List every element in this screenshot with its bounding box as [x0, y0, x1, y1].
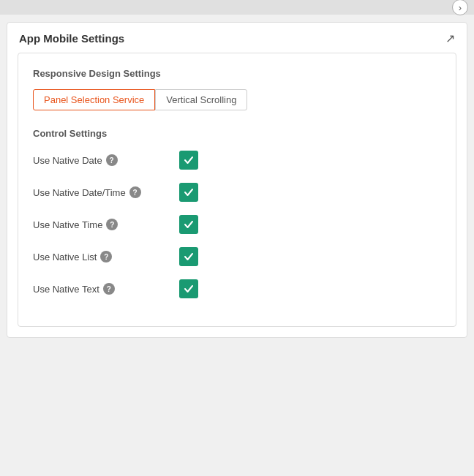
use-native-text-checkbox[interactable]	[179, 279, 198, 298]
use-native-text-help-icon[interactable]: ?	[103, 283, 115, 295]
use-native-list-help-icon[interactable]: ?	[100, 251, 112, 262]
tab-vertical-scrolling[interactable]: Vertical Scrolling	[155, 89, 247, 110]
use-native-date-checkbox[interactable]	[179, 151, 198, 170]
use-native-time-help-icon[interactable]: ?	[106, 219, 118, 230]
use-native-date-label: Use Native Date ?	[33, 154, 179, 166]
main-container: App Mobile Settings ↗ Responsive Design …	[7, 22, 467, 338]
use-native-datetime-help-icon[interactable]: ?	[129, 186, 141, 198]
control-settings-title: Control Settings	[33, 128, 441, 139]
page-title: App Mobile Settings	[19, 32, 124, 45]
app-header: App Mobile Settings ↗	[7, 23, 467, 53]
use-native-list-label: Use Native List ?	[33, 251, 179, 262]
checkmark-icon	[184, 187, 194, 197]
checkmark-icon	[184, 252, 194, 262]
control-row-use-native-list: Use Native List ?	[33, 247, 441, 266]
use-native-date-help-icon[interactable]: ?	[106, 154, 118, 166]
control-row-use-native-text: Use Native Text ?	[33, 279, 441, 298]
responsive-design-title: Responsive Design Settings	[33, 68, 441, 79]
checkmark-icon	[184, 219, 194, 230]
checkmark-icon	[184, 155, 194, 165]
tab-panel-selection[interactable]: Panel Selection Service	[33, 89, 155, 110]
use-native-datetime-checkbox[interactable]	[179, 183, 198, 202]
use-native-datetime-label: Use Native Date/Time ?	[33, 186, 179, 198]
control-row-use-native-time: Use Native Time ?	[33, 215, 441, 234]
use-native-time-label: Use Native Time ?	[33, 219, 179, 230]
content-area: Responsive Design Settings Panel Selecti…	[18, 53, 456, 327]
top-bar: ›	[0, 0, 474, 15]
use-native-list-checkbox[interactable]	[179, 247, 198, 266]
control-row-use-native-date: Use Native Date ?	[33, 151, 441, 170]
use-native-time-checkbox[interactable]	[179, 215, 198, 234]
tabs-row: Panel Selection Service Vertical Scrolli…	[33, 89, 441, 110]
control-row-use-native-datetime: Use Native Date/Time ?	[33, 183, 441, 202]
use-native-text-label: Use Native Text ?	[33, 283, 179, 295]
collapse-chevron[interactable]: ›	[452, 0, 468, 15]
checkmark-icon	[184, 284, 194, 294]
expand-icon[interactable]: ↗	[445, 31, 455, 45]
